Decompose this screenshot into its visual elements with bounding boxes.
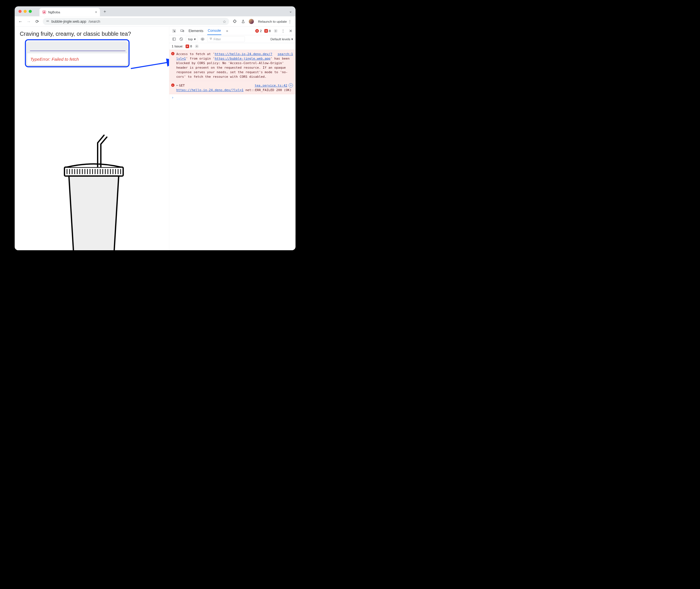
console-context-selector[interactable]: top▾ [186,36,198,42]
devtools-close-icon[interactable]: ✕ [288,28,293,33]
error-icon: ✕ [171,52,175,55]
svg-rect-5 [64,167,123,176]
tab-strip: NgBoba × ＋ ⌄ [15,7,295,16]
browser-toolbar: ← → ⟳ bubble-jingle.web.app/search ☆ Rel… [15,16,295,27]
web-page: Craving fruity, creamy, or classic bubbl… [15,27,169,250]
console-sidebar-toggle-icon[interactable] [172,37,176,41]
funnel-icon [210,37,212,41]
svg-point-37 [196,46,197,47]
browser-window: NgBoba × ＋ ⌄ ← → ⟳ bubble-jingle.web.app… [15,7,295,250]
console-prompt[interactable]: › [169,94,295,101]
more-tabs-icon[interactable]: » [225,28,229,33]
svg-rect-3 [47,21,49,22]
issues-label: 1 Issue: [172,44,183,48]
kebab-menu-icon[interactable]: ⋮ [288,20,291,24]
tab-overflow-button[interactable]: ⌄ [289,9,292,13]
browser-tab[interactable]: NgBoba × [39,8,100,16]
inspect-element-icon[interactable] [172,28,176,33]
labs-icon[interactable] [241,19,246,24]
log-levels-selector[interactable]: Default levels ▾ [270,37,293,41]
search-card: TypeError: Failed to fetch [27,41,128,65]
window-minimize-button[interactable] [24,10,27,13]
tab-title: NgBoba [48,10,93,14]
page-error-message: TypeError: Failed to fetch [27,53,128,65]
issue-count-badge[interactable]: ✕8 [264,29,271,33]
bookmark-star-icon[interactable]: ☆ [223,19,226,24]
devtools-tab-console[interactable]: Console [207,27,222,35]
relaunch-label: Relaunch to update [258,20,287,24]
search-input[interactable] [30,44,126,51]
window-zoom-button[interactable] [29,10,32,13]
reload-button[interactable]: ⟳ [34,19,40,24]
console-error-message[interactable]: ✕ search:1 Access to fetch at 'https://h… [169,50,295,81]
devtools-panel: Elements Console » ✕2 ✕8 ⋮ ✕ [169,27,295,250]
devtools-settings-icon[interactable] [273,28,278,33]
annotation-arrow [131,66,169,67]
svg-line-35 [180,38,182,40]
svg-rect-30 [183,30,184,32]
devtools-kebab-icon[interactable]: ⋮ [281,28,286,33]
failed-request-url[interactable]: https://hello-io-24.deno.dev/?lvl=1 [176,88,243,92]
console-toolbar: top▾ Filter Default levels ▾ [169,35,295,43]
chevron-down-icon: ▾ [194,37,196,41]
back-button[interactable]: ← [18,19,23,24]
ai-explain-icon[interactable]: ⟳ [288,83,293,87]
extensions-icon[interactable] [232,19,238,24]
svg-line-4 [131,61,169,69]
issues-row-badge[interactable]: ✕8 [186,44,192,48]
profile-avatar[interactable] [249,19,254,24]
angular-icon [42,10,46,14]
message-source-link[interactable]: tea.service.ts:42 [255,83,287,88]
console-filter-input[interactable]: Filter [207,36,245,42]
page-heading: Craving fruity, creamy, or classic bubbl… [20,31,164,37]
svg-rect-29 [181,30,183,31]
live-expression-icon[interactable] [200,37,205,41]
window-close-button[interactable] [18,10,22,13]
svg-point-2 [46,21,47,21]
site-info-icon[interactable] [46,19,49,23]
window-controls [18,10,32,13]
console-output: ✕ search:1 Access to fetch at 'https://h… [169,50,295,250]
error-icon: ✕ [171,83,175,87]
error-count-badge[interactable]: ✕2 [255,29,262,33]
address-bar[interactable]: bubble-jingle.web.app/search ☆ [43,18,229,25]
svg-rect-32 [173,38,176,40]
url-host: bubble-jingle.web.app [51,19,86,23]
boba-cup-illustration [57,134,131,250]
cors-origin-url[interactable]: https://bubble-jingle.web.app [215,57,270,60]
forward-button[interactable]: → [26,19,31,24]
devtools-tabbar: Elements Console » ✕2 ✕8 ⋮ ✕ [169,27,295,35]
new-tab-button[interactable]: ＋ [101,8,108,15]
disclosure-triangle-icon[interactable]: ▸ [176,83,178,88]
svg-point-31 [275,30,276,31]
console-error-message[interactable]: ✕ ⟳ tea.service.ts:42 ▸GET https://hello… [169,81,295,94]
device-toolbar-icon[interactable] [180,28,185,33]
annotation-highlight: TypeError: Failed to fetch [25,39,130,67]
message-source-link[interactable]: search:1 [278,52,293,56]
url-path: /search [88,19,100,23]
issues-settings-icon[interactable] [194,44,199,49]
tab-close-button[interactable]: × [95,10,97,14]
clear-console-icon[interactable] [179,37,184,41]
console-issues-row: 1 Issue: ✕8 [169,43,295,50]
svg-point-36 [202,39,203,39]
devtools-tab-elements[interactable]: Elements [188,27,204,35]
relaunch-button[interactable]: Relaunch to update ⋮ [257,20,293,24]
